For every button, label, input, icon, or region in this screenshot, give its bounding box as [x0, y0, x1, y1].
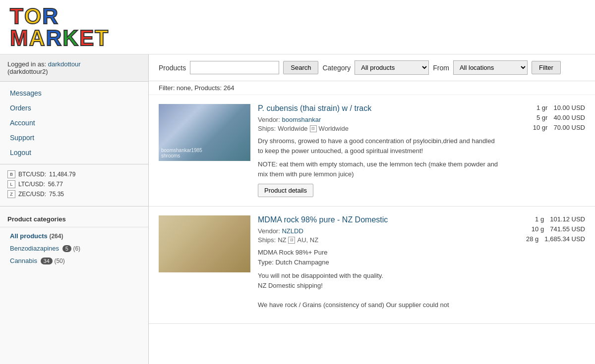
layout: Logged in as: darkdottour (darkdottour2)… — [0, 54, 595, 364]
cat-all-products[interactable]: All products (264) — [0, 230, 148, 242]
product-info-1: P. cubensis (thai strain) w / track Vend… — [258, 104, 498, 197]
ships-from-1: Worldwide — [278, 125, 307, 132]
price-qty-2-0: 1 g — [535, 215, 544, 223]
logo-k: K — [62, 27, 78, 49]
price-qty-1-2: 10 gr — [533, 124, 548, 131]
price-qty-1-1: 5 gr — [536, 114, 547, 121]
nav-account[interactable]: Account — [0, 115, 148, 130]
ships-to-1: Worldwide — [319, 125, 349, 132]
product-title-2[interactable]: MDMA rock 98% pure - NZ Domestic — [258, 215, 498, 224]
price-qty-2-1: 10 g — [532, 225, 544, 233]
zec-price-row: Z ZEC/USD: 75.35 — [7, 190, 141, 198]
price-usd-2-2: 1,685.34 USD — [544, 235, 585, 243]
image-watermark-1: boomshankar1985shrooms — [161, 148, 202, 158]
product-ships-2: Ships: NZ ⊡ AU, NZ — [258, 236, 498, 244]
ships-icon-1: ⊡ — [310, 125, 317, 132]
ltc-price-row: L LTC/USD: 56.77 — [7, 180, 141, 188]
product-image-2 — [159, 215, 250, 272]
price-usd-1-1: 40.00 USD — [553, 114, 585, 121]
ltc-value: 56.77 — [48, 181, 63, 188]
btc-label: BTC/USD: — [18, 171, 46, 178]
logged-in-label: Logged in as: — [7, 60, 46, 68]
product-ships-1: Ships: Worldwide ⊡ Worldwide — [258, 125, 498, 132]
search-input[interactable] — [190, 61, 279, 74]
nav-support[interactable]: Support — [0, 130, 148, 145]
price-usd-2-1: 741.55 USD — [550, 225, 585, 233]
ltc-icon: L — [7, 180, 15, 188]
price-line-2-2: 28 g 1,685.34 USD — [506, 235, 585, 243]
price-usd-1-2: 70.00 USD — [553, 124, 585, 131]
product-vendor-2: Vendor: NZLDD — [258, 227, 498, 235]
logo-tt: T — [95, 27, 108, 49]
filter-button[interactable]: Filter — [532, 61, 561, 74]
price-qty-2-2: 28 g — [526, 235, 538, 243]
logo-o: O — [24, 5, 41, 27]
btc-value: 11,484.79 — [49, 171, 75, 178]
main-content: Products Search Category All products Be… — [149, 54, 595, 364]
product-title-1[interactable]: P. cubensis (thai strain) w / track — [258, 104, 498, 113]
vendor-link-2[interactable]: NZLDD — [282, 227, 303, 235]
product-card-2: MDMA rock 98% pure - NZ Domestic Vendor:… — [149, 207, 595, 324]
sidebar-navigation: Messages Orders Account Support Logout — [0, 82, 148, 164]
nav-messages[interactable]: Messages — [0, 86, 148, 101]
nav-logout[interactable]: Logout — [0, 145, 148, 160]
sidebar-categories: Product categories All products (264) Be… — [0, 207, 148, 272]
price-usd-2-0: 101.12 USD — [550, 215, 585, 223]
ships-icon-2: ⊡ — [288, 237, 295, 244]
logo-rr: R — [46, 27, 61, 49]
vendor-link-1[interactable]: boomshankar — [282, 116, 321, 123]
products-label: Products — [159, 64, 186, 72]
price-usd-1-0: 10.00 USD — [553, 104, 585, 111]
zec-value: 75.35 — [49, 191, 64, 198]
price-qty-1-0: 1 gr — [536, 104, 547, 111]
product-info-2: MDMA rock 98% pure - NZ Domestic Vendor:… — [258, 215, 498, 314]
price-line-1-2: 10 gr 70.00 USD — [506, 124, 585, 131]
price-line-1-1: 5 gr 40.00 USD — [506, 114, 585, 121]
ships-to-2: AU, NZ — [297, 236, 318, 244]
ltc-label: LTC/USD: — [18, 181, 45, 188]
category-select[interactable]: All products Benzodiazapines Cannabis — [355, 60, 429, 75]
cat-cannabis[interactable]: Cannabis 34 (50) — [0, 255, 148, 267]
btc-icon: B — [7, 170, 15, 178]
product-note-1: NOTE: eat them with empty stomach, use t… — [258, 159, 498, 179]
price-line-2-0: 1 g 101.12 USD — [506, 215, 585, 223]
logo: T O R M A R K E T — [10, 5, 108, 49]
location-select[interactable]: All locations Worldwide NZ AU — [453, 60, 528, 75]
btc-price-row: B BTC/USD: 11,484.79 — [7, 170, 141, 178]
zec-icon: Z — [7, 190, 15, 198]
product-vendor-1: Vendor: boomshankar — [258, 116, 498, 123]
product-card-1: boomshankar1985shrooms P. cubensis (thai… — [149, 95, 595, 207]
sidebar-logged-info: Logged in as: darkdottour (darkdottour2) — [0, 54, 148, 82]
sidebar-prices: B BTC/USD: 11,484.79 L LTC/USD: 56.77 Z … — [0, 164, 148, 207]
logo-m: M — [10, 27, 28, 49]
logo-e: E — [79, 27, 94, 49]
product-prices-2: 1 g 101.12 USD 10 g 741.55 USD 28 g 1,68… — [506, 215, 585, 314]
price-line-2-1: 10 g 741.55 USD — [506, 225, 585, 233]
nav-orders[interactable]: Orders — [0, 101, 148, 115]
sidebar: Logged in as: darkdottour (darkdottour2)… — [0, 54, 149, 364]
filter-info: Filter: none, Products: 264 — [149, 81, 595, 95]
search-button[interactable]: Search — [283, 61, 318, 74]
categories-title: Product categories — [0, 211, 148, 227]
product-details-btn-1[interactable]: Product details — [258, 184, 313, 197]
cat-benzodiazapines[interactable]: Benzodiazapines 5 (6) — [0, 242, 148, 255]
product-image-1: boomshankar1985shrooms — [159, 104, 250, 161]
header: T O R M A R K E T — [0, 0, 595, 54]
search-bar: Products Search Category All products Be… — [149, 54, 595, 81]
product-note-2: You will not be disappointed with the qu… — [258, 271, 498, 310]
username-link[interactable]: darkdottour — [48, 60, 81, 68]
logo-t: T — [10, 5, 23, 27]
product-prices-1: 1 gr 10.00 USD 5 gr 40.00 USD 10 gr 70.0… — [506, 104, 585, 197]
product-desc-1: Dry shrooms, growed to have a good conce… — [258, 136, 498, 156]
zec-label: ZEC/USD: — [18, 191, 46, 198]
from-label: From — [433, 64, 449, 72]
username2: (darkdottour2) — [7, 68, 48, 75]
ships-from-2: NZ — [278, 236, 286, 244]
price-line-1-0: 1 gr 10.00 USD — [506, 104, 585, 111]
logo-r: R — [42, 5, 58, 27]
product-desc-2: MDMA Rock 98%+ PureType: Dutch Champagne — [258, 248, 498, 267]
logo-a: A — [29, 27, 45, 49]
category-label: Category — [322, 64, 351, 72]
